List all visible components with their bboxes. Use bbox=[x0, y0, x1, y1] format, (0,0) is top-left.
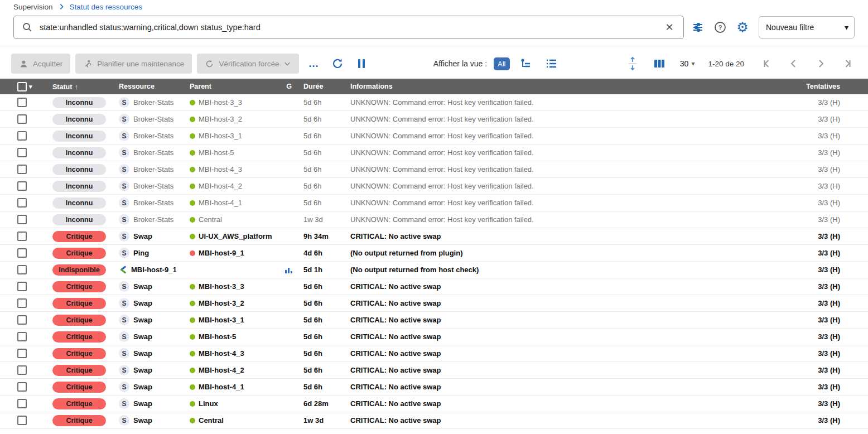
resource-name[interactable]: Broker-Stats bbox=[133, 98, 173, 107]
more-actions-button[interactable]: ... bbox=[304, 58, 323, 70]
parent-name[interactable]: UI-UX_AWS_platform bbox=[199, 232, 272, 240]
table-row[interactable]: Critique S Swap MBI-host-4_3 5d 6h CRITI… bbox=[0, 345, 868, 362]
table-row[interactable]: Indisponible S MBI-host-9_1 5d 1h (No ou… bbox=[0, 262, 868, 278]
resource-name[interactable]: Swap bbox=[133, 316, 152, 324]
row-checkbox[interactable] bbox=[17, 165, 27, 174]
table-row[interactable]: Critique S Swap MBI-host-5 5d 6h CRITICA… bbox=[0, 329, 868, 345]
table-row[interactable]: Critique S Swap MBI-host-3_3 5d 6h CRITI… bbox=[0, 278, 868, 295]
parent-name[interactable]: MBI-host-4_2 bbox=[199, 366, 244, 374]
page-size-select[interactable]: 30 ▾ bbox=[680, 59, 695, 68]
resource-name[interactable]: MBI-host-9_1 bbox=[131, 266, 177, 274]
resource-name[interactable]: Swap bbox=[133, 332, 152, 341]
resource-name[interactable]: Broker-Stats bbox=[133, 165, 173, 173]
next-page-button[interactable] bbox=[811, 54, 830, 73]
resource-name[interactable]: Swap bbox=[133, 416, 152, 425]
row-checkbox[interactable] bbox=[17, 114, 27, 124]
row-checkbox[interactable] bbox=[17, 298, 27, 308]
parent-name[interactable]: MBI-host-4_3 bbox=[199, 349, 244, 358]
pause-icon[interactable] bbox=[352, 54, 371, 73]
table-row[interactable]: Critique S Swap MBI-host-3_2 5d 6h CRITI… bbox=[0, 295, 868, 312]
table-row[interactable]: Critique S Swap MBI-host-4_2 5d 6h CRITI… bbox=[0, 362, 868, 379]
row-checkbox[interactable] bbox=[17, 282, 27, 291]
search-box[interactable]: ✕ bbox=[13, 16, 684, 39]
parent-name[interactable]: MBI-host-4_2 bbox=[199, 182, 242, 190]
row-checkbox[interactable] bbox=[17, 181, 27, 191]
graph-icon[interactable] bbox=[284, 266, 293, 274]
parent-name[interactable]: MBI-host-4_3 bbox=[199, 165, 242, 173]
resource-name[interactable]: Swap bbox=[133, 299, 152, 307]
row-checkbox[interactable] bbox=[17, 416, 27, 425]
row-checkbox[interactable] bbox=[17, 399, 27, 408]
column-informations[interactable]: Informations bbox=[349, 83, 784, 90]
row-checkbox[interactable] bbox=[17, 248, 27, 258]
table-row[interactable]: Inconnu S Broker-Stats Central 1w 3d UNK… bbox=[0, 211, 868, 228]
select-menu-caret-icon[interactable]: ▾ bbox=[29, 83, 32, 90]
acquitter-button[interactable]: Acquitter bbox=[11, 54, 70, 74]
tree-view-icon[interactable] bbox=[517, 54, 536, 73]
refresh-icon[interactable] bbox=[328, 54, 347, 73]
parent-name[interactable]: Central bbox=[199, 416, 224, 425]
first-page-button[interactable] bbox=[758, 54, 777, 73]
resource-name[interactable]: Swap bbox=[133, 399, 152, 408]
row-density-icon[interactable] bbox=[623, 54, 642, 73]
tune-filter-icon[interactable] bbox=[689, 19, 706, 36]
resource-name[interactable]: Broker-Stats bbox=[133, 182, 173, 190]
prev-page-button[interactable] bbox=[784, 54, 803, 73]
help-icon[interactable]: ? bbox=[712, 19, 729, 36]
column-statut[interactable]: Statut↑ bbox=[35, 83, 118, 91]
parent-name[interactable]: MBI-host-3_3 bbox=[199, 98, 242, 107]
table-row[interactable]: Critique S Swap UI-UX_AWS_platform 9h 34… bbox=[0, 228, 868, 245]
resource-name[interactable]: Swap bbox=[133, 366, 152, 374]
row-checkbox[interactable] bbox=[17, 265, 27, 274]
parent-name[interactable]: MBI-host-4_1 bbox=[199, 383, 244, 391]
column-parent[interactable]: Parent bbox=[190, 83, 278, 90]
parent-name[interactable]: MBI-host-5 bbox=[199, 332, 236, 341]
table-row[interactable]: Inconnu S Broker-Stats MBI-host-4_3 5d 6… bbox=[0, 161, 868, 178]
parent-name[interactable]: MBI-host-4_1 bbox=[199, 199, 242, 207]
row-checkbox[interactable] bbox=[17, 365, 27, 375]
table-row[interactable]: Inconnu S Broker-Stats MBI-host-5 5d 6h … bbox=[0, 144, 868, 161]
row-checkbox[interactable] bbox=[17, 332, 27, 341]
row-checkbox[interactable] bbox=[17, 215, 27, 224]
columns-icon[interactable] bbox=[650, 54, 669, 73]
table-row[interactable]: Critique S Swap MBI-host-4_1 5d 6h CRITI… bbox=[0, 379, 868, 396]
row-checkbox[interactable] bbox=[17, 98, 27, 107]
resource-name[interactable]: Swap bbox=[133, 383, 152, 391]
list-view-icon[interactable] bbox=[542, 54, 561, 73]
row-checkbox[interactable] bbox=[17, 148, 27, 157]
resource-name[interactable]: Broker-Stats bbox=[133, 132, 173, 140]
table-row[interactable]: Inconnu S Broker-Stats MBI-host-4_1 5d 6… bbox=[0, 195, 868, 211]
row-checkbox[interactable] bbox=[17, 232, 27, 241]
table-row[interactable]: Critique S Ping MBI-host-9_1 4d 6h (No o… bbox=[0, 245, 868, 262]
parent-name[interactable]: MBI-host-3_2 bbox=[199, 115, 242, 123]
verification-forcee-button[interactable]: Vérification forcée bbox=[197, 54, 299, 74]
parent-name[interactable]: Linux bbox=[199, 399, 218, 408]
column-graph[interactable]: G bbox=[278, 83, 300, 90]
table-row[interactable]: Critique S Swap Linux 6d 28m CRITICAL: N… bbox=[0, 396, 868, 412]
last-page-button[interactable] bbox=[838, 54, 857, 73]
parent-name[interactable]: Central bbox=[199, 215, 222, 224]
parent-name[interactable]: MBI-host-3_2 bbox=[199, 299, 244, 307]
table-row[interactable]: Inconnu S Broker-Stats MBI-host-3_1 5d 6… bbox=[0, 128, 868, 144]
clear-search-icon[interactable]: ✕ bbox=[661, 19, 678, 36]
parent-name[interactable]: MBI-host-5 bbox=[199, 148, 234, 157]
table-row[interactable]: Inconnu S Broker-Stats MBI-host-3_2 5d 6… bbox=[0, 111, 868, 128]
resource-name[interactable]: Ping bbox=[133, 249, 149, 257]
row-checkbox[interactable] bbox=[17, 382, 27, 392]
row-checkbox[interactable] bbox=[17, 131, 27, 141]
resource-name[interactable]: Broker-Stats bbox=[133, 115, 173, 123]
select-all-checkbox[interactable] bbox=[17, 82, 27, 91]
resource-name[interactable]: Broker-Stats bbox=[133, 148, 173, 157]
search-input[interactable] bbox=[40, 23, 654, 32]
column-duree[interactable]: Durée bbox=[300, 83, 349, 90]
column-tentatives[interactable]: Tentatives bbox=[784, 83, 868, 90]
planifier-maintenance-button[interactable]: Planifier une maintenance bbox=[75, 54, 192, 74]
column-ressource[interactable]: Ressource bbox=[118, 83, 190, 90]
table-row[interactable]: Inconnu S Broker-Stats MBI-host-4_2 5d 6… bbox=[0, 178, 868, 195]
table-row[interactable]: Inconnu S Broker-Stats MBI-host-3_3 5d 6… bbox=[0, 94, 868, 111]
filter-select[interactable]: Nouveau filtre ▾ bbox=[759, 16, 855, 38]
table-row[interactable]: Critique S Swap Central 1w 3d CRITICAL: … bbox=[0, 412, 868, 429]
resource-name[interactable]: Swap bbox=[133, 232, 152, 240]
parent-name[interactable]: MBI-host-3_3 bbox=[199, 282, 244, 291]
row-checkbox[interactable] bbox=[17, 349, 27, 358]
